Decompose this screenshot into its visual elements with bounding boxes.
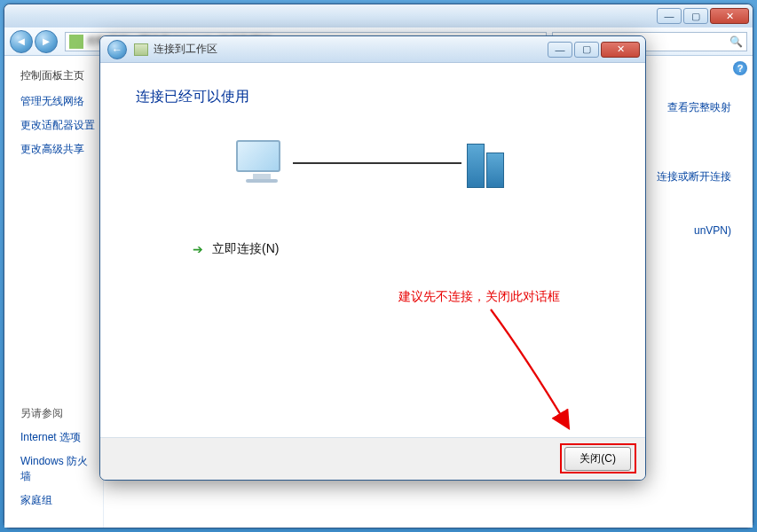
sidebar-item[interactable]: 更改高级共享 [20,142,96,157]
dialog-heading: 连接已经可以使用 [136,88,610,106]
dialog-footer: 关闭(C) [100,437,645,480]
help-icon[interactable]: ? [733,61,747,75]
sidebar-item[interactable]: Internet 选项 [20,430,96,445]
annotation-arrow-icon [473,304,597,446]
computer-icon [236,140,288,186]
sidebar-item[interactable]: 家庭组 [20,493,96,508]
right-link[interactable]: unVPN) [694,224,731,237]
sidebar-item[interactable]: 管理无线网络 [20,94,96,109]
nav-forward-button[interactable]: ► [35,30,58,53]
dialog-title: 连接到工作区 [154,42,217,57]
dialog-body: 连接已经可以使用 ➔ 立即连接(N) 建议先不连接，关闭此对话框 [100,63,645,437]
search-icon: 🔍 [729,35,743,48]
dialog-titlebar: ← 连接到工作区 — ▢ ✕ [100,36,645,63]
right-link[interactable]: 查看完整映射 [667,100,731,115]
minimize-button[interactable]: — [657,8,682,24]
sidebar-item[interactable]: 更改适配器设置 [20,118,96,133]
dialog-maximize-button[interactable]: ▢ [574,42,599,58]
dialog-minimize-button[interactable]: — [548,42,572,58]
connect-now-option[interactable]: ➔ 立即连接(N) [193,241,610,257]
nav-back-button[interactable]: ◄ [10,30,33,53]
panel-subheading: 另请参阅 [20,406,96,421]
connect-workplace-dialog: ← 连接到工作区 — ▢ ✕ 连接已经可以使用 ➔ 立即连接(N) 建议先不连接… [99,35,646,481]
dialog-close-x-button[interactable]: ✕ [601,42,640,58]
connect-now-label: 立即连接(N) [212,241,279,257]
connection-line-icon [293,162,461,164]
close-button[interactable]: 关闭(C) [564,447,631,471]
annotation-text: 建议先不连接，关闭此对话框 [398,289,560,305]
dialog-back-button[interactable]: ← [107,40,127,59]
maximize-button[interactable]: ▢ [683,8,708,24]
right-link[interactable]: 连接或断开连接 [657,169,731,184]
outer-titlebar: — ▢ ✕ [4,4,753,27]
dialog-icon [134,43,148,56]
sidebar-item[interactable]: Windows 防火墙 [20,454,96,484]
connection-illustration [136,138,610,188]
address-icon [69,35,83,49]
outer-close-button[interactable]: ✕ [710,8,749,24]
left-panel: 控制面板主页 管理无线网络 更改适配器设置 更改高级共享 另请参阅 Intern… [4,56,104,528]
arrow-right-icon: ➔ [193,242,203,256]
panel-heading: 控制面板主页 [20,68,96,83]
server-icon [467,138,509,188]
